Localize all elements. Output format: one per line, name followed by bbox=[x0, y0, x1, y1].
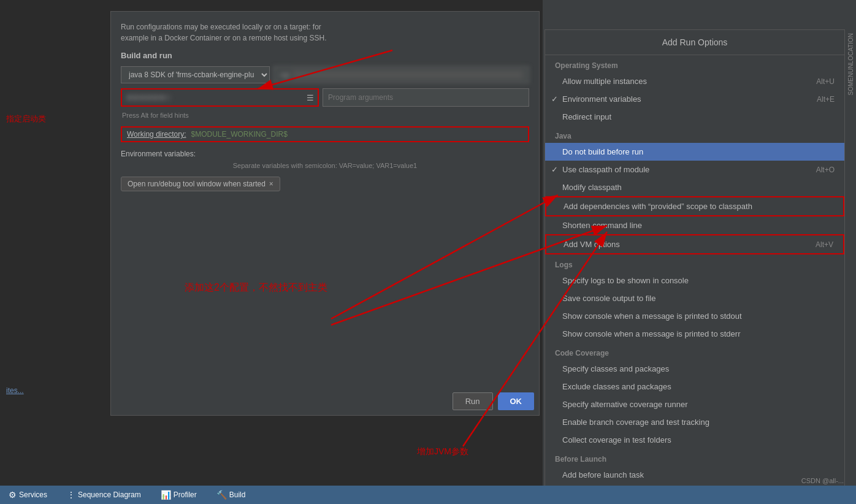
main-class-box[interactable]: ☰ bbox=[121, 88, 319, 107]
branch-coverage-label: Enable branch coverage and test tracking bbox=[562, 418, 709, 427]
env-hint-text: Separate variables with semicolon: VAR=v… bbox=[121, 162, 529, 169]
show-stdout-label: Show console when a message is printed t… bbox=[562, 311, 742, 321]
sdk-select[interactable]: java 8 SDK of 'frms-ccbank-engine-plu bbox=[121, 66, 270, 83]
add-deps-label: Add dependencies with “provided” scope t… bbox=[564, 202, 752, 211]
ites-link[interactable]: ites... bbox=[6, 386, 24, 395]
build-label: Build bbox=[229, 491, 246, 499]
allow-multiple-label: Allow multiple instances bbox=[562, 77, 647, 86]
menu-item-show-stdout[interactable]: Show console when a message is printed t… bbox=[545, 307, 844, 325]
add-vm-label: Add VM options bbox=[564, 240, 620, 249]
annotation-specify-class: 指定启动类 bbox=[6, 113, 46, 124]
strip-item-1: SOMENUNLOCATION bbox=[846, 31, 855, 98]
menu-item-classes-packages[interactable]: Specify classes and packages bbox=[545, 360, 844, 378]
tag-container: Open run/debug tool window when started … bbox=[121, 177, 529, 191]
open-window-tag: Open run/debug tool window when started … bbox=[121, 177, 280, 191]
menu-item-add-before[interactable]: Add before launch task bbox=[545, 466, 844, 484]
working-dir-label: Working directory: bbox=[127, 130, 186, 139]
section-before-launch: Before Launch bbox=[545, 449, 844, 466]
menu-item-add-deps[interactable]: Add dependencies with “provided” scope t… bbox=[545, 196, 844, 216]
env-variables-shortcut: Alt+E bbox=[817, 95, 835, 104]
save-console-label: Save console output to file bbox=[562, 294, 656, 303]
program-args-input[interactable] bbox=[323, 88, 529, 107]
cp-field[interactable]: -cp bbox=[273, 66, 529, 83]
collect-test-label: Collect coverage in test folders bbox=[562, 435, 671, 445]
right-strip: SOMENUNLOCATION bbox=[845, 0, 856, 504]
section-logs: Logs bbox=[545, 254, 844, 272]
main-class-row: ☰ bbox=[121, 88, 529, 107]
section-operating-system: Operating System bbox=[545, 55, 844, 72]
hint-text: Press Alt for field hints bbox=[121, 112, 529, 119]
status-item-build[interactable]: 🔨 Build bbox=[213, 486, 250, 504]
profiler-label: Profiler bbox=[174, 491, 197, 499]
annotation-add-jvm: 增加JVM参数 bbox=[417, 446, 468, 457]
working-dir-input[interactable] bbox=[191, 130, 523, 139]
add-before-label: Add before launch task bbox=[562, 470, 644, 479]
menu-item-shorten-cmd[interactable]: Shorten command line bbox=[545, 216, 844, 234]
use-classpath-shortcut: Alt+O bbox=[816, 166, 835, 174]
build-run-section: Build and run java 8 SDK of 'frms-ccbank… bbox=[121, 51, 529, 119]
redirect-input-label: Redirect input bbox=[562, 112, 611, 121]
menu-item-alt-coverage[interactable]: Specify alternative coverage runner bbox=[545, 395, 844, 413]
menu-item-exclude-classes[interactable]: Exclude classes and packages bbox=[545, 378, 844, 395]
menu-item-allow-multiple[interactable]: Allow multiple instances Alt+U bbox=[545, 72, 844, 90]
tag-label: Open run/debug tool window when started bbox=[128, 180, 266, 188]
main-class-browse-icon[interactable]: ☰ bbox=[303, 93, 318, 102]
menu-item-use-classpath[interactable]: Use classpath of module Alt+O bbox=[545, 161, 844, 178]
sdk-row: java 8 SDK of 'frms-ccbank-engine-plu -c… bbox=[121, 66, 529, 83]
menu-item-modify-classpath[interactable]: Modify classpath bbox=[545, 178, 844, 196]
main-class-input[interactable] bbox=[122, 91, 303, 104]
services-icon: ⚙ bbox=[9, 490, 17, 500]
classes-packages-label: Specify classes and packages bbox=[562, 364, 669, 373]
run-button[interactable]: Run bbox=[453, 392, 493, 410]
env-variables-label: Environment variables: bbox=[121, 150, 529, 158]
env-variables-menu-label: Environment variables bbox=[562, 94, 641, 104]
run-config-dialog: Run configurations may be executed local… bbox=[110, 11, 540, 416]
build-run-title: Build and run bbox=[121, 51, 529, 60]
csdn-watermark: CSDN @all-... bbox=[801, 477, 844, 484]
menu-item-save-console[interactable]: Save console output to file bbox=[545, 289, 844, 307]
menu-item-logs-console[interactable]: Specify logs to be shown in console bbox=[545, 272, 844, 289]
logs-console-label: Specify logs to be shown in console bbox=[562, 276, 689, 285]
status-item-services[interactable]: ⚙ Services bbox=[5, 486, 51, 504]
ok-button[interactable]: OK bbox=[498, 392, 535, 410]
services-label: Services bbox=[19, 491, 47, 499]
build-icon: 🔨 bbox=[216, 490, 227, 500]
menu-item-show-stderr[interactable]: Show console when a message is printed t… bbox=[545, 325, 844, 343]
status-item-profiler[interactable]: 📊 Profiler bbox=[157, 486, 201, 504]
show-stderr-label: Show console when a message is printed t… bbox=[562, 329, 741, 338]
profiler-icon: 📊 bbox=[161, 490, 171, 500]
annotation-add-configs: 添加这2个配置，不然找不到主类 bbox=[185, 281, 327, 294]
menu-item-collect-test[interactable]: Collect coverage in test folders bbox=[545, 431, 844, 449]
working-dir-row: Working directory: bbox=[121, 126, 529, 142]
add-vm-shortcut: Alt+V bbox=[816, 240, 833, 249]
menu-item-branch-coverage[interactable]: Enable branch coverage and test tracking bbox=[545, 413, 844, 431]
allow-multiple-shortcut: Alt+U bbox=[816, 77, 835, 86]
sequence-label: Sequence Diagram bbox=[78, 491, 141, 499]
modify-classpath-label: Modify classpath bbox=[562, 183, 622, 192]
use-classpath-label: Use classpath of module bbox=[562, 165, 649, 174]
menu-item-do-not-build[interactable]: Do not build before run bbox=[545, 143, 844, 161]
status-bar: ⚙ Services ⋮ Sequence Diagram 📊 Profiler… bbox=[0, 486, 856, 504]
add-run-options-panel: Add Run Options Operating System Allow m… bbox=[545, 29, 845, 502]
menu-item-env-variables[interactable]: Environment variables Alt+E bbox=[545, 90, 844, 108]
sequence-icon: ⋮ bbox=[67, 490, 75, 500]
menu-item-add-vm[interactable]: Add VM options Alt+V bbox=[545, 234, 844, 254]
section-code-coverage: Code Coverage bbox=[545, 343, 844, 360]
shorten-cmd-label: Shorten command line bbox=[562, 221, 642, 230]
alt-coverage-label: Specify alternative coverage runner bbox=[562, 400, 688, 409]
tag-close-button[interactable]: × bbox=[269, 180, 273, 188]
section-java: Java bbox=[545, 126, 844, 143]
menu-item-redirect-input[interactable]: Redirect input bbox=[545, 108, 844, 126]
panel-title: Add Run Options bbox=[545, 30, 844, 55]
run-description: Run configurations may be executed local… bbox=[121, 21, 529, 44]
do-not-build-label: Do not build before run bbox=[562, 147, 643, 156]
status-item-sequence[interactable]: ⋮ Sequence Diagram bbox=[63, 486, 145, 504]
exclude-classes-label: Exclude classes and packages bbox=[562, 382, 671, 391]
